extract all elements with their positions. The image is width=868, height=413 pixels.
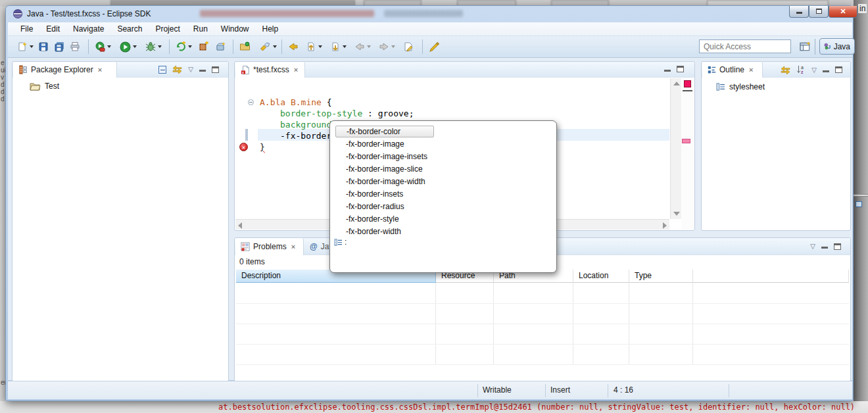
search-button[interactable] [258,39,278,55]
close-icon[interactable]: × [291,243,295,251]
svg-text:a: a [801,65,804,70]
package-explorer-icon [18,65,28,74]
new-wizard-button[interactable] [16,39,35,55]
svg-text:x: x [242,70,244,74]
scroll-up-icon[interactable] [673,82,680,85]
last-edit-location-button[interactable] [402,39,415,55]
collapse-all-icon[interactable] [158,66,166,74]
print-button[interactable] [68,39,82,55]
error-marker-icon[interactable]: ✕ [239,143,248,151]
minimize-view-icon[interactable] [664,70,671,72]
new-java-package-button[interactable] [197,39,210,55]
code-line-2: border-top-style : groove; [280,108,414,119]
menu-help[interactable]: Help [256,23,285,35]
proposal-fx-border-radius[interactable]: -fx-border-radius [337,201,547,213]
scroll-down-icon[interactable] [673,212,680,216]
proposal-fx-border-width[interactable]: -fx-border-width [337,226,547,238]
open-wizard-icon [216,41,226,52]
save-button[interactable] [37,39,50,55]
debug-button[interactable] [144,39,163,55]
menu-edit[interactable]: Edit [40,23,66,35]
back-history-button[interactable] [353,39,372,55]
restore-button[interactable] [809,6,829,18]
tab-test-fxcss[interactable]: x *test.fxcss × [235,62,305,78]
background-text-fragment: in [858,4,867,13]
minimize-view-icon[interactable] [823,70,829,73]
mark-occurrences-button[interactable] [427,39,441,55]
close-icon[interactable]: × [98,66,102,74]
scroll-right-icon[interactable] [663,222,667,229]
proposal-fx-border-style[interactable]: -fx-border-style [337,213,547,226]
menu-navigate[interactable]: Navigate [67,23,110,35]
tab-label: *test.fxcss [253,65,289,74]
overview-error-marker[interactable] [684,80,691,87]
title-bar[interactable]: Java - Test/test.fxcss - Eclipse SDK ✕ [6,6,853,22]
open-new-wizard-button[interactable] [214,39,228,55]
next-annotation-button[interactable] [329,39,348,55]
close-icon[interactable]: × [749,66,753,74]
content-assist-popup: -fx-border-color -fx-border-image -fx-bo… [329,120,557,273]
view-menu-icon[interactable]: ▽ [810,243,815,250]
problems-toolbar: ▽ [810,243,841,250]
proposal-fx-border-color[interactable]: -fx-border-color [335,126,434,137]
menu-file[interactable]: File [14,23,39,35]
open-perspective-button[interactable] [798,39,813,55]
back-to-resource-button[interactable] [287,39,300,55]
problems-count: 0 items [239,257,265,266]
tab-problems[interactable]: Problems × [235,238,304,255]
column-header-location[interactable]: Location [573,270,629,283]
link-with-editor-icon[interactable] [781,66,790,74]
close-icon[interactable]: × [294,66,298,74]
maximize-view-icon[interactable] [835,66,842,73]
proposal-fx-border-image[interactable]: -fx-border-image [337,138,547,151]
proposal-fx-border-image-insets[interactable]: -fx-border-image-insets [337,151,547,163]
run-external-tools-button[interactable] [93,39,112,55]
project-item-test[interactable]: Test [30,82,59,91]
status-writable: Writable [483,385,512,395]
forward-history-button[interactable] [377,39,397,55]
minimize-view-icon[interactable] [199,70,206,72]
java-perspective-label: Java [834,42,850,51]
view-menu-icon[interactable]: ▽ [811,66,817,74]
run-button[interactable] [118,39,138,55]
link-with-editor-icon[interactable] [172,65,182,74]
content-assist-footer: : [334,237,347,247]
overview-occurrence-marker[interactable] [682,139,690,143]
fold-collapse-icon[interactable] [248,99,254,105]
new-java-project-button[interactable] [174,39,193,55]
overview-ruler[interactable] [681,78,694,230]
column-header-type[interactable]: Type [629,270,693,283]
minimize-view-icon[interactable] [821,247,828,249]
quick-access-input[interactable] [699,39,791,53]
dropdown-caret-icon [107,45,111,48]
save-all-button[interactable] [53,39,66,55]
tab-package-explorer[interactable]: Package Explorer × [13,62,117,78]
maximize-view-icon[interactable] [212,66,219,73]
proposal-fx-border-image-slice[interactable]: -fx-border-image-slice [337,163,547,176]
menu-window[interactable]: Window [215,23,255,35]
java-perspective-button[interactable]: J Java [819,38,855,55]
background-fragment [854,194,868,197]
open-task-button[interactable] [238,39,252,55]
close-brace: } [260,142,265,152]
previous-annotation-button[interactable] [304,39,324,55]
tab-outline[interactable]: Outline × [702,62,763,78]
project-label: Test [45,82,59,91]
proposal-fx-border-image-width[interactable]: -fx-border-image-width [337,176,547,188]
menu-search[interactable]: Search [111,23,148,35]
menu-run[interactable]: Run [187,23,214,35]
outline-item-stylesheet[interactable]: stylesheet [716,82,765,91]
editor-minmax [664,66,684,72]
grid-line [236,324,849,324]
scroll-left-icon[interactable] [238,222,242,229]
view-menu-icon[interactable]: ▽ [188,66,193,73]
maximize-view-icon[interactable] [677,66,684,72]
proposal-fx-border-insets[interactable]: -fx-border-insets [337,188,547,201]
menu-project[interactable]: Project [149,23,185,35]
sort-az-icon[interactable]: az [796,65,806,74]
vertical-scrollbar[interactable] [670,78,681,219]
maximize-view-icon[interactable] [834,243,841,250]
dropdown-caret-icon [158,45,162,48]
minimize-button[interactable] [789,6,809,18]
close-button[interactable]: ✕ [829,6,857,18]
